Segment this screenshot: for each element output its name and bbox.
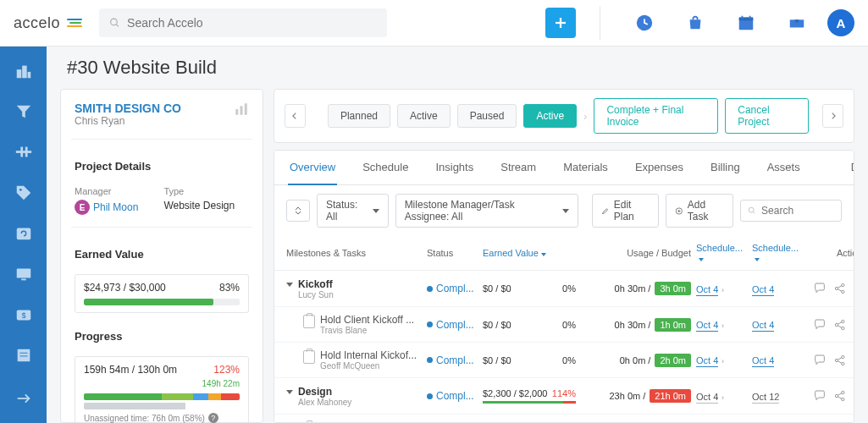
more-icon[interactable] [854,354,854,367]
svg-line-32 [753,212,755,213]
nav-refresh-icon[interactable] [14,224,33,243]
manager-name[interactable]: Phil Moon [93,201,138,213]
manager-label: Manager [75,186,138,196]
svg-rect-9 [16,69,21,78]
nav-milestone-icon[interactable] [14,143,33,162]
share-icon[interactable] [833,389,847,403]
tab-materials[interactable]: Materials [561,151,610,184]
chart-icon[interactable] [234,102,249,117]
comment-icon[interactable] [813,354,827,367]
svg-line-36 [838,286,842,288]
status-cell[interactable]: Compl... [427,354,478,366]
company-name[interactable]: SMITH DESIGN CO [75,102,181,115]
tab-expenses[interactable]: Expenses [633,151,685,184]
tab-billing[interactable]: Billing [709,151,742,184]
inbox-icon[interactable] [783,9,810,36]
comment-icon[interactable] [813,282,827,295]
nav-money-icon[interactable]: $ [14,305,33,324]
manager-filter[interactable]: Milestone Manager/Task Assignee: All [395,194,578,228]
more-icon[interactable] [854,389,854,403]
comment-icon[interactable] [813,389,827,403]
grid-search-input[interactable] [761,205,834,217]
task-cell[interactable]: Hold Internal Kickof...Geoff McQueen [286,349,422,371]
table-row[interactable]: MockupsGeoff McQueen Compl... $1,300 / $… [274,415,854,423]
table-row[interactable]: DesignAlex Mahoney Compl... $2,300 / $2,… [274,378,854,415]
status-active-2[interactable]: Active [523,104,577,128]
date-start[interactable]: Oct 4 › [696,318,747,331]
tab-overview[interactable]: Overview [288,151,337,185]
nav-buildings-icon[interactable] [14,62,33,80]
svg-rect-21 [17,349,30,362]
search-input[interactable] [127,16,377,30]
edit-plan-button[interactable]: Edit Plan [592,194,659,228]
add-task-button[interactable]: Add Task [666,194,733,228]
date-start[interactable]: Oct 4 › [696,283,747,295]
help-icon[interactable]: ? [208,413,218,423]
status-complete[interactable]: Complete + Final Invoice [594,98,718,134]
col-sched2[interactable]: Schedule... [752,243,803,263]
status-cell[interactable]: Compl... [427,390,478,402]
earned-value-title: Earned Value [75,248,249,261]
tab-insights[interactable]: Insights [434,151,475,184]
status-cell[interactable]: Compl... [427,283,478,294]
status-filter[interactable]: Status: All [317,194,389,228]
nav-collapse-icon[interactable] [14,389,33,408]
grid-search[interactable] [740,200,842,222]
date-end[interactable]: Oct 4 [752,318,803,331]
progress-title: Progress [75,330,249,343]
share-icon[interactable] [833,354,847,367]
more-icon[interactable] [854,282,854,295]
svg-point-33 [835,287,838,289]
status-cell[interactable]: Compl... [427,319,478,331]
status-paused[interactable]: Paused [457,104,517,128]
col-status[interactable]: Status [427,248,478,258]
clock-icon[interactable] [631,9,658,36]
status-next[interactable] [822,104,843,128]
nav-monitor-icon[interactable] [14,265,33,283]
more-icon[interactable] [854,318,854,332]
nav-funnel-icon[interactable] [14,102,33,121]
task-cell[interactable]: Hold Client Kickoff ...Travis Blane [286,314,422,335]
contact-name[interactable]: Chris Ryan [75,115,181,127]
status-active-1[interactable]: Active [397,104,451,128]
bag-icon[interactable] [682,9,709,36]
date-end[interactable]: Oct 4 [752,283,803,295]
ev-cell: $0 / $0 0% [483,320,576,330]
add-button[interactable] [545,8,576,38]
date-start[interactable]: Oct 4 › [696,390,747,403]
calendar-icon[interactable] [733,9,760,36]
nav-list-icon[interactable] [14,346,33,365]
tab-schedule[interactable]: Schedule [361,151,410,184]
search-icon [109,17,120,29]
status-cancel[interactable]: Cancel Project [725,98,809,134]
status-planned[interactable]: Planned [328,104,390,128]
share-icon[interactable] [833,318,847,332]
tab-stream[interactable]: Stream [499,151,538,184]
share-icon[interactable] [833,282,847,295]
milestone-cell[interactable]: DesignAlex Mahoney [286,385,422,407]
app-logo[interactable]: accelo [14,14,82,32]
collapse-all-button[interactable] [286,200,310,222]
page-title: #30 Website Build [67,57,854,79]
col-sched1[interactable]: Schedule... [696,243,747,263]
col-earned-value[interactable]: Earned Value [483,248,576,258]
tab-details[interactable]: Details [849,151,854,184]
usage-cell: 0h 30m /1h 0m [581,318,691,332]
col-milestones[interactable]: Milestones & Tasks [286,248,422,258]
nav-tag-icon[interactable] [14,184,33,202]
col-usage[interactable]: Usage / Budget [581,248,691,258]
tab-assets[interactable]: Assets [766,151,802,184]
date-end[interactable]: Oct 12 [752,390,803,403]
date-start[interactable]: Oct 4 › [696,354,747,366]
table-row[interactable]: Hold Internal Kickof...Geoff McQueen Com… [274,343,854,378]
user-avatar[interactable]: A [827,9,854,36]
status-prev[interactable] [285,104,306,128]
comment-icon[interactable] [813,318,827,332]
table-row[interactable]: KickoffLucy Sun Compl... $0 / $0 0% 0h 3… [274,271,854,307]
milestone-cell[interactable]: KickoffLucy Sun [286,277,422,299]
svg-point-57 [835,394,838,397]
global-search[interactable] [99,8,387,37]
date-end[interactable]: Oct 4 [752,354,803,366]
svg-point-43 [842,327,844,329]
table-row[interactable]: Hold Client Kickoff ...Travis Blane Comp… [274,307,854,343]
